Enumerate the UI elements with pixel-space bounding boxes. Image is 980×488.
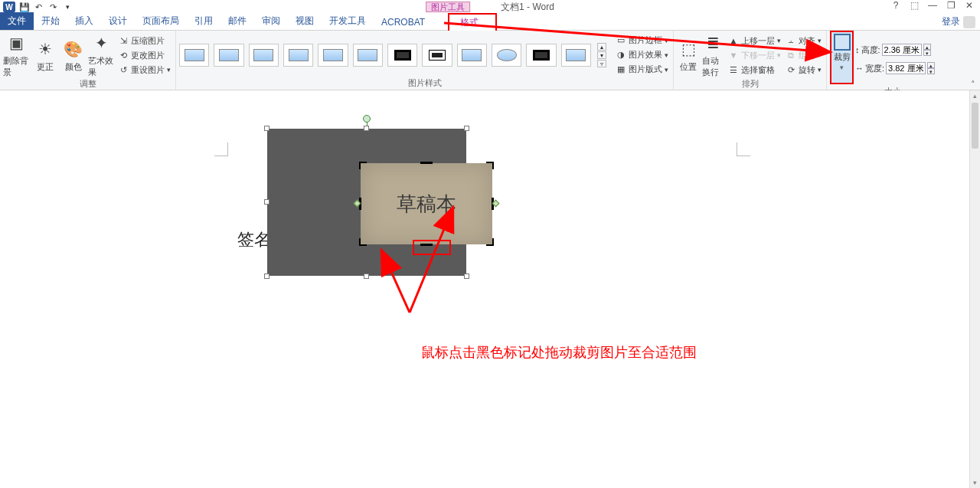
collapse-ribbon-icon[interactable]: ˄ (971, 80, 975, 90)
gallery-up-icon[interactable]: ▴ (597, 43, 606, 51)
compress-label: 压缩图片 (131, 35, 165, 47)
crop-dropdown-icon[interactable]: ▾ (840, 64, 844, 71)
group-styles-label: 图片样式 (179, 77, 670, 90)
height-input[interactable] (882, 44, 922, 56)
style-thumb-1[interactable] (179, 44, 209, 67)
scroll-up-icon[interactable]: ▴ (970, 90, 980, 101)
tab-design[interactable]: 设计 (101, 12, 135, 30)
style-thumb-11[interactable] (526, 44, 556, 67)
tab-home[interactable]: 开始 (34, 12, 67, 30)
style-thumb-4[interactable] (283, 44, 313, 67)
picture-effects-button[interactable]: ◑图片效果▾ (614, 48, 670, 61)
crop-handle[interactable] (420, 162, 433, 164)
position-icon: ⬚ (678, 38, 699, 60)
tab-format[interactable]: 格式 (448, 13, 497, 31)
gallery-down-icon[interactable]: ▾ (597, 51, 606, 59)
tab-devtools[interactable]: 开发工具 (322, 12, 374, 30)
position-button[interactable]: ⬚位置 (677, 38, 701, 73)
rotate-button[interactable]: ⟳旋转▾ (784, 64, 823, 77)
tab-acrobat[interactable]: ACROBAT (374, 15, 433, 30)
remove-background-button[interactable]: ▣删除背景 (3, 32, 30, 78)
style-thumb-12[interactable] (561, 44, 591, 67)
rotate-handle-icon[interactable] (363, 115, 371, 123)
style-thumb-9[interactable] (457, 44, 487, 67)
save-icon[interactable]: 💾 (18, 2, 30, 13)
group-button[interactable]: ⧉组合▾ (784, 49, 823, 62)
height-up-icon[interactable]: ▴ (923, 44, 931, 50)
picture-border-button[interactable]: ▭图片边框▾ (614, 34, 670, 47)
group-size: 裁剪 ▾ ↕ 高度: ▴▾ ↔ 宽度: ▴▾ 大小 (827, 31, 959, 90)
restore-icon[interactable]: ❐ (945, 0, 957, 11)
word-app-icon: W (3, 2, 15, 12)
crop-handle[interactable] (359, 238, 367, 246)
send-backward-button[interactable]: ▼下移一层▾ (727, 49, 782, 62)
help-icon[interactable]: ? (890, 0, 902, 11)
minimize-icon[interactable]: — (926, 0, 939, 11)
height-down-icon[interactable]: ▾ (923, 50, 931, 56)
align-button[interactable]: ⫠对齐▾ (784, 34, 823, 47)
close-icon[interactable]: ✕ (963, 0, 975, 11)
artistic-button[interactable]: ✦艺术效果 (88, 32, 115, 78)
undo-icon[interactable]: ↶ (33, 2, 44, 13)
style-thumb-10[interactable] (492, 44, 521, 67)
width-field: ↔ 宽度: ▴▾ (855, 62, 935, 74)
gallery-more-icon[interactable]: ▿ (597, 60, 606, 67)
annotation-highlight-box (413, 240, 451, 255)
resize-handle[interactable] (364, 126, 369, 131)
selection-pane-button[interactable]: ☰选择窗格 (727, 64, 782, 77)
style-thumb-3[interactable] (249, 44, 279, 67)
crop-region[interactable]: 草稿本 (361, 163, 492, 244)
style-thumb-2[interactable] (214, 44, 243, 67)
title-center: 图片工具 文档1 - Word (426, 1, 554, 14)
tab-review[interactable]: 审阅 (254, 12, 288, 30)
resize-handle[interactable] (264, 273, 270, 279)
redo-icon[interactable]: ↷ (47, 2, 59, 13)
resize-handle[interactable] (364, 273, 369, 279)
width-up-icon[interactable]: ▴ (927, 62, 935, 68)
resize-handle[interactable] (464, 273, 469, 279)
tab-view[interactable]: 视图 (288, 12, 322, 30)
crop-handle[interactable] (486, 238, 494, 246)
crop-label: 裁剪 (834, 51, 851, 63)
qat-more-icon[interactable]: ▾ (62, 2, 74, 13)
crop-handle[interactable] (486, 162, 494, 169)
ribbon: ▣删除背景 ☀更正 🎨颜色 ✦艺术效果 ⇲压缩图片 ⟲更改图片 ↺重设图片▾ 调… (0, 31, 980, 90)
group-arrange: ⬚位置 ≣自动换行 ▲上移一层▾ ▼下移一层▾ ☰选择窗格 ⫠对齐▾ ⧉组合▾ … (674, 31, 827, 90)
login-link[interactable]: 登录 (942, 15, 975, 28)
compress-button[interactable]: ⇲压缩图片 (116, 34, 172, 47)
style-thumb-8[interactable] (422, 44, 452, 67)
backward-label: 下移一层 (741, 50, 775, 61)
vertical-scrollbar[interactable]: ▴ ▾ (969, 90, 980, 488)
scroll-down-icon[interactable]: ▾ (970, 477, 980, 488)
style-thumb-6[interactable] (353, 44, 383, 67)
corrections-button[interactable]: ☀更正 (31, 38, 58, 73)
crop-button[interactable]: 裁剪 ▾ (830, 31, 854, 84)
reset-picture-button[interactable]: ↺重设图片▾ (116, 64, 172, 77)
change-picture-button[interactable]: ⟲更改图片 (116, 49, 172, 62)
picture-layout-button[interactable]: ▦图片版式▾ (614, 63, 670, 76)
tab-layout[interactable]: 页面布局 (135, 12, 187, 30)
crop-handle[interactable] (359, 162, 367, 169)
forward-icon: ▲ (728, 35, 739, 46)
resize-handle[interactable] (264, 126, 270, 131)
color-button[interactable]: 🎨颜色 (60, 38, 87, 73)
context-tab-label: 图片工具 (426, 2, 470, 12)
ribbon-display-icon[interactable]: ⬚ (908, 0, 920, 11)
width-down-icon[interactable]: ▾ (927, 68, 935, 74)
tab-mail[interactable]: 邮件 (220, 12, 254, 30)
align-icon: ⫠ (786, 35, 796, 46)
scroll-thumb[interactable] (972, 103, 978, 149)
bring-forward-button[interactable]: ▲上移一层▾ (727, 34, 782, 47)
selected-image[interactable]: 草稿本 (267, 129, 466, 276)
width-input[interactable] (886, 62, 926, 74)
resize-handle[interactable] (264, 199, 270, 205)
tab-file[interactable]: 文件 (0, 12, 34, 30)
resize-handle[interactable] (464, 126, 469, 131)
style-thumb-7[interactable] (387, 44, 417, 67)
compress-icon: ⇲ (118, 35, 129, 46)
height-icon: ↕ (855, 45, 860, 54)
wrap-button[interactable]: ≣自动换行 (702, 32, 726, 78)
tab-insert[interactable]: 插入 (67, 12, 101, 30)
tab-references[interactable]: 引用 (187, 12, 220, 30)
style-thumb-5[interactable] (318, 44, 348, 67)
